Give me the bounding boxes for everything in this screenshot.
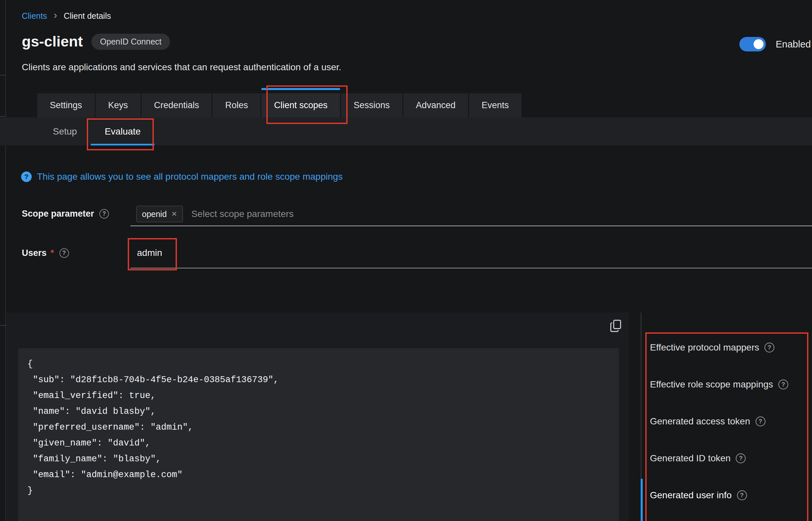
enabled-label: Enabled	[776, 39, 811, 50]
chevron-right-icon: ›	[54, 11, 57, 19]
left-rail-divider	[0, 116, 5, 117]
left-rail-divider	[0, 75, 5, 75]
main-tabs: Settings Keys Credentials Roles Client s…	[37, 93, 521, 117]
page-help-text: This page allows you to see all protocol…	[37, 172, 343, 182]
help-icon[interactable]: ?	[778, 380, 788, 389]
breadcrumb-current-page: Client details	[64, 11, 111, 21]
generated-user-info-panel: { "sub": "d28f1cb8-704b-4f5e-b24e-0385af…	[6, 313, 629, 521]
subtab-setup[interactable]: Setup	[39, 117, 91, 145]
menu-item-label: Generated ID token	[650, 453, 730, 463]
tab-events[interactable]: Events	[469, 93, 521, 117]
json-line: "email_verified": true,	[27, 388, 610, 404]
help-icon[interactable]: ?	[765, 343, 774, 353]
help-icon[interactable]: ?	[736, 453, 746, 463]
users-input[interactable]: admin	[130, 238, 812, 268]
enabled-toggle[interactable]	[740, 37, 766, 51]
scope-parameter-label-group: Scope parameter ?	[22, 209, 109, 219]
users-help-icon[interactable]: ?	[59, 248, 69, 258]
scope-parameter-input[interactable]: openid ✕ Select scope parameters	[130, 202, 812, 226]
json-line: "given_name": "david",	[27, 435, 610, 451]
chip-remove-icon[interactable]: ✕	[171, 210, 177, 218]
help-icon[interactable]: ?	[737, 490, 747, 500]
users-label: Users	[22, 248, 46, 258]
users-input-value: admin	[137, 248, 162, 258]
menu-item-effective-protocol-mappers[interactable]: Effective protocol mappers ?	[641, 329, 812, 366]
left-rail-border	[5, 0, 6, 521]
menu-item-label: Generated access token	[650, 416, 750, 427]
required-marker: *	[50, 248, 54, 258]
enabled-toggle-group: Enabled	[740, 37, 811, 51]
json-line: "family_name": "blasby",	[27, 451, 610, 467]
chip-label: openid	[142, 209, 167, 219]
json-line: "email": "admin@example.com"	[27, 467, 610, 483]
menu-item-generated-id-token[interactable]: Generated ID token ?	[641, 440, 812, 477]
tab-settings[interactable]: Settings	[37, 93, 95, 117]
evaluate-result-menu: Effective protocol mappers ? Effective r…	[641, 329, 812, 514]
json-line: {	[27, 356, 610, 372]
tab-sessions[interactable]: Sessions	[341, 93, 402, 117]
page-help-link[interactable]: ? This page allows you to see all protoc…	[21, 172, 343, 182]
scope-parameter-label: Scope parameter	[22, 209, 94, 219]
users-label-group: Users * ?	[22, 248, 69, 258]
help-icon[interactable]: ?	[755, 416, 766, 426]
generated-user-info-json: { "sub": "d28f1cb8-704b-4f5e-b24e-0385af…	[18, 348, 619, 521]
scope-parameter-placeholder: Select scope parameters	[191, 209, 294, 219]
page-title: gs-client	[22, 33, 83, 50]
breadcrumb: Clients › Client details	[22, 11, 111, 21]
subtab-evaluate[interactable]: Evaluate	[91, 117, 154, 145]
active-menu-item-indicator	[641, 479, 643, 521]
scope-parameter-help-icon[interactable]: ?	[99, 209, 109, 219]
breadcrumb-clients-link[interactable]: Clients	[22, 11, 47, 21]
json-line: "sub": "d28f1cb8-704b-4f5e-b24e-0385af13…	[27, 372, 610, 388]
tab-credentials[interactable]: Credentials	[142, 93, 212, 117]
tab-advanced[interactable]: Advanced	[403, 93, 468, 117]
menu-item-generated-user-info[interactable]: Generated user info ?	[641, 477, 812, 514]
client-scopes-subtabs: Setup Evaluate	[0, 117, 812, 145]
client-details-screen: Clients › Client details gs-client OpenI…	[0, 0, 812, 521]
menu-item-label: Effective protocol mappers	[650, 342, 759, 353]
copy-icon-glyph	[610, 319, 622, 333]
toggle-knob	[753, 39, 764, 49]
menu-item-generated-access-token[interactable]: Generated access token ?	[641, 403, 812, 440]
page-header: gs-client OpenID Connect	[22, 33, 170, 50]
help-circle-icon: ?	[21, 172, 32, 182]
scope-chip-openid: openid ✕	[136, 206, 183, 222]
json-line: "name": "david blasby",	[27, 404, 610, 420]
tab-roles[interactable]: Roles	[213, 93, 260, 117]
json-line: "preferred_username": "admin",	[27, 420, 610, 435]
menu-item-label: Effective role scope mappings	[650, 379, 773, 390]
protocol-badge: OpenID Connect	[91, 33, 170, 50]
copy-icon[interactable]	[609, 319, 623, 333]
menu-item-label: Generated user info	[650, 490, 732, 501]
menu-item-effective-role-scope-mappings[interactable]: Effective role scope mappings ?	[641, 366, 812, 403]
client-description: Clients are applications and services th…	[22, 62, 341, 72]
tab-client-scopes[interactable]: Client scopes	[261, 93, 340, 117]
json-line: }	[27, 483, 610, 499]
tab-keys[interactable]: Keys	[96, 93, 141, 117]
